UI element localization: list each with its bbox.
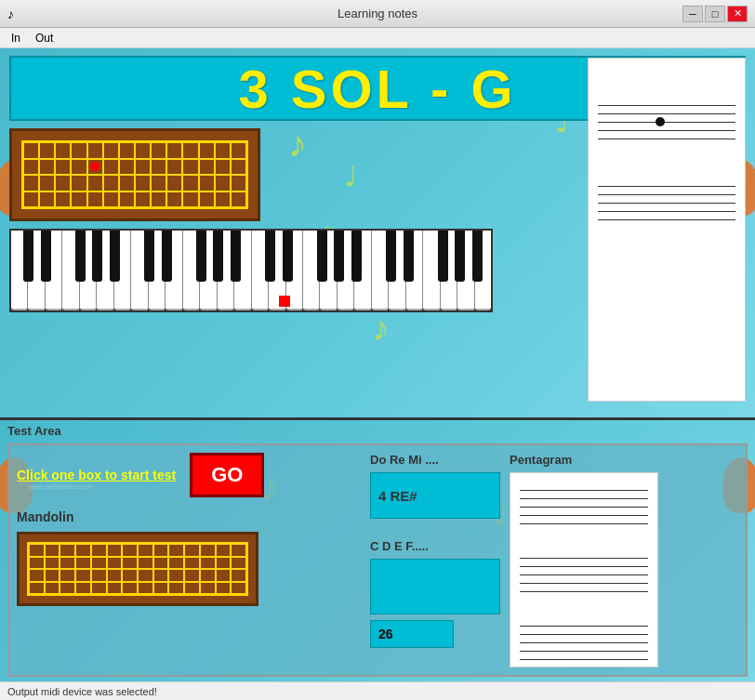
white-key[interactable] [372,231,389,310]
staff-line-2 [598,113,735,114]
white-key[interactable] [46,231,62,310]
white-key[interactable] [80,231,97,310]
fret-cell [199,175,215,192]
staff-line-5 [598,139,735,139]
staff-group-upper [598,105,735,139]
white-key[interactable] [114,231,131,310]
status-message: Output midi device was selected! [7,686,157,697]
fret-cell [166,175,182,192]
white-key[interactable] [354,231,371,310]
white-key[interactable] [62,231,79,310]
bottom-panel: ♪ ♩ ♫ Test Area www.softpedia.com Click … [0,420,755,700]
test-fret-cell [200,582,216,595]
test-staff-line-6 [520,558,648,559]
fret-cell [71,175,86,192]
fret-cell [103,192,119,208]
fret-cell [55,159,71,176]
staff-gap [520,532,648,550]
test-fret-cell [91,557,107,570]
test-fret-cell [29,544,45,557]
test-fret-cell [60,582,75,595]
test-fret-cell [138,582,153,595]
fret-cell [151,175,166,192]
test-staff-notation [510,472,658,667]
fret-cell [119,175,135,192]
test-fret-cell [138,569,153,582]
test-fret-cell [122,569,138,582]
fret-cell [166,142,182,159]
white-key[interactable] [166,231,182,310]
fret-cell [55,142,71,159]
fret-cell [119,192,135,208]
test-fret-cell [200,544,216,557]
menu-out[interactable]: Out [28,30,60,46]
white-key[interactable] [303,231,320,310]
white-key[interactable] [389,231,405,310]
test-fret-cell [29,557,45,570]
white-key[interactable] [457,231,474,310]
piano-area [9,229,493,312]
test-fret-cell [107,582,123,595]
fret-cell [231,142,246,159]
click-to-start-text[interactable]: Click one box to start test [17,468,176,482]
fret-cell [182,175,198,192]
fret-cell [23,142,39,159]
close-button[interactable]: ✕ [727,6,748,22]
app-icon: ♪ [7,7,14,21]
white-key[interactable] [234,231,251,310]
white-key[interactable] [252,231,269,310]
title-bar-left: ♪ [7,7,14,21]
piano-keyboard[interactable] [9,229,493,312]
white-key[interactable] [200,231,217,310]
white-key[interactable] [406,231,423,310]
test-fret-cell [200,557,216,570]
staff-group-lower [598,186,735,220]
white-key[interactable] [28,231,45,310]
doremi-cdef-col: Do Re Mi .... 4 RE# C D E F..... 26 [370,453,500,667]
test-fret-cell [168,557,184,570]
menu-bar: In Out [0,28,755,48]
minimize-button[interactable]: ─ [682,6,703,22]
do-re-mi-value[interactable]: 4 RE# [370,472,500,519]
white-key[interactable] [149,231,166,310]
white-key[interactable] [441,231,457,310]
fret-cell [215,159,231,176]
white-key[interactable] [338,231,354,310]
test-staff-line-12 [520,634,648,635]
fret-cell [182,192,198,208]
test-staff-line-15 [520,659,648,660]
fret-grid [21,140,248,209]
go-button[interactable]: GO [190,453,264,497]
maximize-button[interactable]: □ [705,6,725,22]
number-value[interactable]: 26 [370,620,454,648]
white-key[interactable] [131,231,148,310]
white-key[interactable] [475,231,491,310]
white-key[interactable] [423,231,440,310]
staff-lines-container [589,59,745,267]
white-key[interactable] [183,231,200,310]
test-fret-cell [216,557,232,570]
fret-cell [87,175,103,192]
cdef-value[interactable] [370,559,500,614]
test-fret-cell [29,569,45,582]
white-key[interactable] [320,231,337,310]
do-re-mi-label: Do Re Mi .... [370,453,500,467]
menu-in[interactable]: In [4,30,28,46]
fret-cell [182,142,198,159]
white-key[interactable] [218,231,234,310]
test-fret-cell [138,557,153,570]
fret-cell [39,192,55,208]
white-key[interactable] [11,231,28,310]
fret-cell [215,175,231,192]
test-fret-cell [138,544,153,557]
test-fret-cell [184,569,200,582]
fret-cell [87,192,103,208]
fret-cell [135,159,151,176]
test-fret-cell [91,582,107,595]
test-right-sections: Do Re Mi .... 4 RE# C D E F..... 26 Pent… [370,453,658,667]
test-fret-cell [153,557,169,570]
fret-cell [55,192,71,208]
fret-cell [39,159,55,176]
white-key[interactable] [97,231,113,310]
status-bar: Output midi device was selected! [0,681,755,700]
